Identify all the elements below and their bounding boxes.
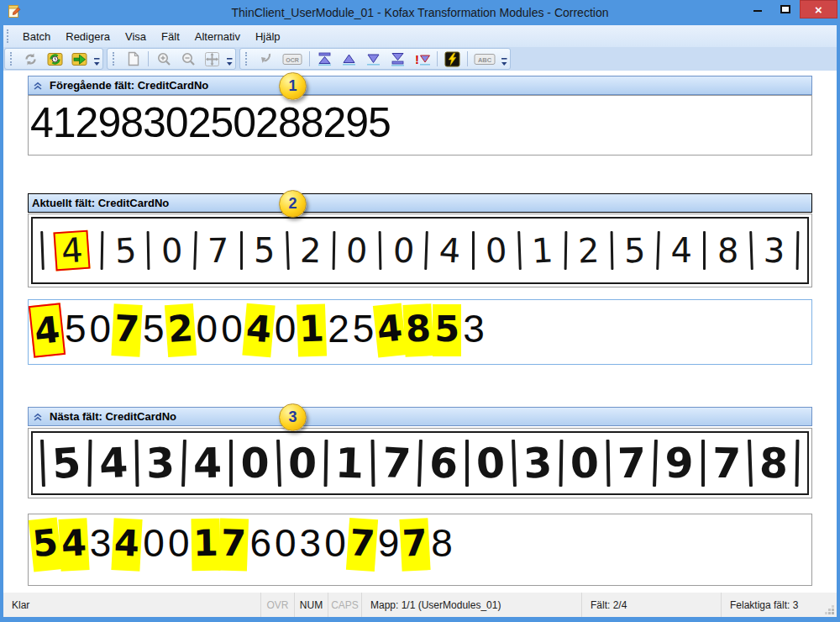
status-message: Klar: [3, 593, 260, 617]
goto-field-icon: [255, 49, 277, 69]
toolbar-overflow-chevron-icon[interactable]: [226, 50, 234, 68]
menu-item-batch[interactable]: Batch: [15, 27, 58, 46]
snippet-digit: 5: [254, 234, 275, 267]
menu-drag-handle-icon[interactable]: [7, 29, 11, 43]
field-char: 3: [298, 519, 323, 571]
field-char: 4: [373, 303, 407, 357]
panel-title: Nästa fält: CreditCardNo: [50, 410, 176, 423]
snippet-digit: 0: [240, 443, 269, 484]
comb-separator-bar: [703, 231, 706, 270]
field-char: 4: [242, 303, 275, 358]
title-bar: ThinClient_UserModule_01 - Kofax Transfo…: [0, 0, 840, 25]
previous-field-panel-header[interactable]: Föregående fält: CreditCardNo: [28, 76, 812, 95]
comb-separator-bar: [425, 231, 429, 270]
snippet-digit: 8: [717, 234, 738, 267]
comb-separator-bar: [748, 440, 753, 487]
toolbar-separator: [467, 51, 468, 66]
resize-grip[interactable]: [824, 604, 834, 614]
next-field-snippet: 5434001760307978: [33, 433, 807, 493]
svg-text:ABC: ABC: [478, 55, 492, 63]
toolbar-overflow-chevron-icon[interactable]: [501, 50, 508, 68]
field-char: 8: [429, 519, 454, 571]
snippet-digit: 0: [485, 233, 508, 268]
first-field-icon[interactable]: [313, 49, 336, 69]
comb-separator-bar: [606, 440, 611, 487]
menu-item-flt[interactable]: Fält: [154, 27, 187, 46]
callout-2-badge: 2: [279, 190, 307, 218]
comb-separator-bar: [333, 231, 336, 270]
snippet-digit: 7: [711, 442, 741, 484]
comb-separator-bar: [564, 231, 567, 270]
suspend-batch-icon[interactable]: [44, 49, 66, 69]
toolbar-group-batch: [4, 48, 103, 70]
comb-separator-bar: [472, 231, 475, 270]
caps-lock-indicator: CAPS: [328, 593, 361, 617]
close-icon: ×: [815, 3, 822, 16]
svg-text:!: !: [415, 51, 419, 66]
callout-1-badge: 1: [279, 72, 307, 100]
snippet-digit: 0: [160, 234, 183, 268]
maximize-button[interactable]: [771, 0, 800, 18]
content-area: Föregående fält: CreditCardNo 1 41298302…: [3, 71, 837, 593]
next-invalid-field-icon[interactable]: !: [411, 49, 433, 69]
snippet-digit: 4: [54, 230, 92, 271]
snippet-digit: 1: [334, 442, 365, 484]
snippet-digit: 2: [300, 234, 322, 267]
field-char: 7: [112, 303, 143, 357]
toolbar-drag-handle-icon[interactable]: [113, 52, 117, 66]
snippet-digit: 4: [438, 233, 461, 268]
comb-separator-bar: [323, 440, 328, 487]
force-validation-icon[interactable]: [441, 49, 464, 69]
comb-separator-bar: [40, 440, 45, 487]
field-status: Fält: 2/4: [581, 593, 721, 617]
menu-item-visa[interactable]: Visa: [118, 27, 154, 46]
toolbar-separator: [437, 51, 438, 66]
collapse-chevron-icon[interactable]: [33, 81, 43, 91]
comb-separator-bar: [276, 440, 281, 487]
field-char: 7: [346, 518, 378, 572]
next-field-panel-header[interactable]: Nästa fält: CreditCardNo: [28, 407, 812, 426]
snippet-digit: 0: [392, 233, 416, 267]
field-char: 1: [191, 519, 220, 572]
toolbar-drag-handle-icon[interactable]: [245, 52, 249, 66]
snippet-digit: 9: [664, 443, 693, 484]
snippet-digit: 7: [617, 442, 647, 484]
status-bar: Klar OVR NUM CAPS Mapp: 1/1 (UserModules…: [3, 593, 837, 617]
next-field-icon[interactable]: [362, 49, 385, 69]
field-char: 0: [141, 519, 166, 571]
callout-3-badge: 3: [279, 403, 307, 431]
toolbar-groups: OCR!ABC: [4, 48, 511, 70]
previous-field-icon[interactable]: [338, 49, 360, 69]
toolbar-drag-handle-icon[interactable]: [10, 52, 14, 66]
spell-check-icon: ABC: [471, 49, 498, 69]
current-field-snippet: 4507520040125483: [33, 219, 807, 282]
toolbar: OCR!ABC: [3, 47, 837, 71]
snippet-digit: 7: [381, 442, 412, 485]
ovr-indicator: OVR: [260, 593, 294, 617]
last-field-icon[interactable]: [386, 49, 409, 69]
snippet-digit: 3: [145, 442, 176, 484]
current-field-panel-header[interactable]: Aktuellt fält: CreditCardNo: [28, 193, 812, 213]
field-char: 0: [273, 519, 298, 571]
svg-text:OCR: OCR: [286, 56, 299, 62]
menu-item-alternativ[interactable]: Alternativ: [187, 27, 248, 46]
fit-image-icon: [201, 49, 223, 69]
menu-item-hjlp[interactable]: Hjälp: [248, 27, 288, 46]
close-button[interactable]: ×: [800, 0, 837, 18]
current-field-input[interactable]: 45075200401254853: [28, 299, 812, 365]
field-char: 0: [195, 304, 220, 356]
comb-separator-bar: [653, 440, 658, 487]
snippet-digit: 4: [98, 442, 129, 485]
collapse-chevron-icon[interactable]: [33, 412, 43, 422]
toolbar-overflow-chevron-icon[interactable]: [93, 50, 101, 68]
close-batch-icon[interactable]: [68, 49, 91, 69]
window-title: ThinClient_UserModule_01 - Kofax Transfo…: [0, 6, 840, 19]
minimize-button[interactable]: [744, 0, 771, 18]
zoom-out-icon: [176, 49, 199, 69]
menu-item-redigera[interactable]: Redigera: [58, 27, 118, 46]
field-char: 7: [400, 518, 431, 572]
invalid-fields-status: Felaktiga fält: 3: [721, 593, 837, 617]
menu-bar: BatchRedigeraVisaFältAlternativHjälp: [3, 25, 837, 47]
comb-separator-bar: [101, 231, 104, 270]
snippet-digit: 5: [50, 441, 81, 484]
